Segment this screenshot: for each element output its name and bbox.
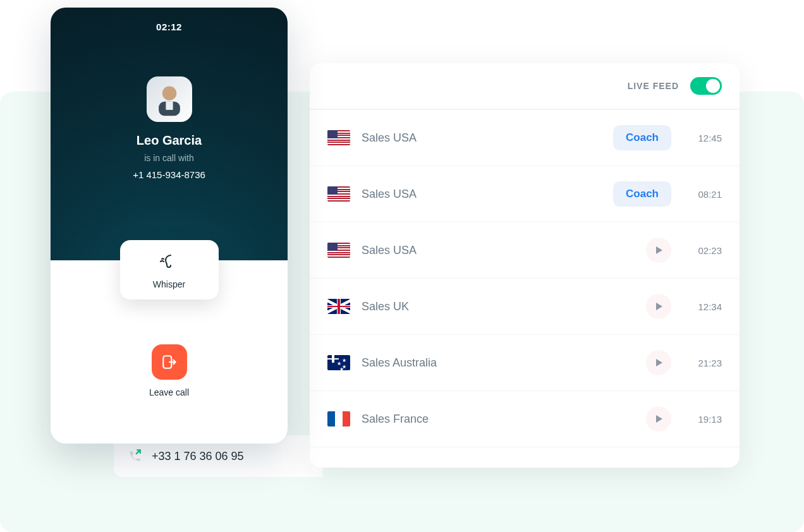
whisper-icon bbox=[159, 253, 180, 273]
play-button[interactable] bbox=[646, 406, 671, 432]
play-button[interactable] bbox=[646, 238, 671, 263]
flag-icon bbox=[327, 130, 350, 145]
feed-row-label: Sales USA bbox=[362, 131, 613, 145]
feed-row-label: Sales Australia bbox=[362, 356, 646, 370]
call-header: 02:12 Leo Garcia is in call with +1 415-… bbox=[51, 8, 288, 260]
coach-button[interactable]: Coach bbox=[613, 125, 671, 150]
feed-header: LIVE FEED bbox=[310, 63, 740, 109]
active-call-card: 02:12 Leo Garcia is in call with +1 415-… bbox=[51, 8, 288, 444]
whisper-button[interactable]: Whisper bbox=[120, 240, 219, 299]
feed-row-time: 21:23 bbox=[683, 358, 722, 368]
feed-row: Sales USACoach08:21 bbox=[310, 166, 740, 222]
play-button[interactable] bbox=[646, 294, 671, 319]
feed-row: Sales Australia21:23 bbox=[310, 335, 740, 391]
caller-number: +1 415-934-8736 bbox=[133, 169, 205, 180]
play-button[interactable] bbox=[646, 350, 671, 375]
whisper-label: Whisper bbox=[126, 279, 212, 289]
flag-icon bbox=[327, 299, 350, 314]
feed-row-label: Sales France bbox=[362, 413, 646, 426]
feed-label: LIVE FEED bbox=[628, 81, 679, 91]
live-feed-toggle[interactable] bbox=[690, 77, 722, 95]
flag-icon bbox=[327, 186, 350, 202]
flag-icon bbox=[327, 355, 350, 370]
feed-row-label: Sales USA bbox=[362, 188, 613, 201]
feed-row-time: 12:45 bbox=[683, 133, 722, 143]
svg-rect-2 bbox=[166, 102, 173, 110]
feed-row: Sales UK12:34 bbox=[310, 279, 740, 335]
call-timer: 02:12 bbox=[156, 21, 182, 32]
flag-icon bbox=[327, 243, 350, 258]
flag-icon bbox=[327, 411, 350, 426]
caller-avatar bbox=[147, 76, 192, 122]
leave-call-label: Leave call bbox=[149, 387, 189, 397]
outbound-call-icon bbox=[126, 448, 143, 464]
feed-row-label: Sales UK bbox=[362, 300, 646, 313]
feed-row-time: 08:21 bbox=[683, 189, 722, 200]
feed-row-time: 12:34 bbox=[683, 301, 722, 312]
feed-row-time: 02:23 bbox=[683, 245, 722, 256]
feed-row-label: Sales USA bbox=[362, 244, 646, 257]
outbound-number: +33 1 76 36 06 95 bbox=[152, 450, 244, 463]
svg-point-0 bbox=[162, 86, 176, 100]
leave-call-button[interactable] bbox=[152, 344, 187, 380]
call-status-line: is in call with bbox=[144, 153, 194, 163]
feed-rows: Sales USACoach12:45Sales USACoach08:21Sa… bbox=[310, 109, 740, 468]
live-feed-panel: LIVE FEED Sales USACoach12:45Sales USACo… bbox=[310, 63, 740, 468]
caller-name: Leo Garcia bbox=[137, 133, 202, 148]
feed-row: Sales France19:13 bbox=[310, 391, 740, 447]
feed-row-time: 19:13 bbox=[683, 414, 722, 425]
feed-row: Sales USACoach12:45 bbox=[310, 110, 740, 166]
feed-row: Sales USA02:23 bbox=[310, 222, 740, 279]
coach-button[interactable]: Coach bbox=[613, 181, 671, 207]
